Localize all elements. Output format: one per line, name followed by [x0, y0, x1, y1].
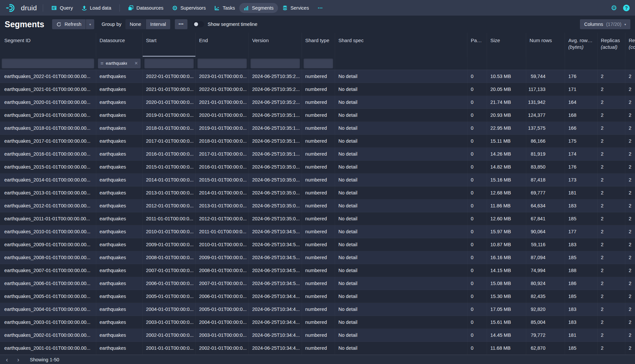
cell-replication-factor: 2 — [625, 329, 635, 341]
cell-size: 16.16 MB — [487, 251, 526, 264]
column-header-size[interactable]: Size — [487, 33, 526, 57]
column-header-avg-row-size[interactable]: Avg. row size(bytes) — [565, 33, 598, 57]
columns-button[interactable]: Columns (17/20) ▾ — [580, 19, 630, 29]
cell-datasource: earthquakes — [96, 342, 143, 354]
cell-shard-type: numbered — [302, 161, 335, 173]
cell-partition: 0 — [467, 342, 487, 354]
cell-shard-spec: No detail — [335, 277, 467, 290]
column-header-partition[interactable]: Partit... — [467, 33, 487, 57]
cell-shard-spec: No detail — [335, 290, 467, 303]
filter-input-start[interactable] — [144, 58, 194, 68]
column-header-end[interactable]: End — [196, 33, 249, 57]
previous-page-button[interactable]: ‹ — [1, 355, 13, 364]
nav-item-datasources[interactable]: Datasources — [124, 3, 168, 13]
nav-item-supervisors[interactable]: Supervisors — [168, 3, 210, 13]
column-header-num-rows[interactable]: Num rows — [526, 33, 565, 57]
cell-replication-factor: 2 — [625, 225, 635, 238]
app-logo[interactable]: druid — [4, 3, 39, 13]
filter-cell-end — [196, 57, 249, 70]
filter-cell-size — [487, 57, 526, 70]
cell-num-rows: 79,772 — [526, 329, 565, 341]
nav-more-button[interactable] — [313, 3, 327, 13]
table-row[interactable]: earthquakes_2006-01-01T00:00:00.00...ear… — [0, 277, 635, 290]
table-row[interactable]: earthquakes_2004-01-01T00:00:00.00...ear… — [0, 303, 635, 316]
cell-start: 2005-01-01T00:00:0... — [143, 290, 196, 303]
column-header-shard-spec[interactable]: Shard spec — [335, 33, 467, 57]
table-row[interactable]: earthquakes_2021-01-01T00:00:00.00...ear… — [0, 83, 635, 96]
refresh-button[interactable]: Refresh — [52, 19, 86, 29]
filter-input-version[interactable] — [250, 58, 300, 68]
table-row[interactable]: earthquakes_2005-01-01T00:00:00.00...ear… — [0, 290, 635, 303]
column-header-replicas[interactable]: Replicas(actual) — [598, 33, 625, 57]
table-row[interactable]: earthquakes_2018-01-01T00:00:00.00...ear… — [0, 122, 635, 135]
column-header-version[interactable]: Version — [249, 33, 302, 57]
nav-item-services[interactable]: Services — [278, 3, 314, 13]
table-row[interactable]: earthquakes_2001-01-01T00:00:00.00...ear… — [0, 342, 635, 355]
nav-item-segments[interactable]: Segments — [239, 3, 278, 13]
column-header-start[interactable]: Start — [143, 33, 196, 57]
cell-segment-id: earthquakes_2019-01-01T00:00:00.00... — [0, 109, 96, 121]
table-row[interactable]: earthquakes_2017-01-01T00:00:00.00...ear… — [0, 135, 635, 148]
cell-segment-id: earthquakes_2014-01-01T00:00:00.00... — [0, 174, 96, 186]
cell-start: 2022-01-01T00:00:0... — [143, 70, 196, 83]
nav-item-tasks[interactable]: Tasks — [210, 3, 239, 13]
cell-shard-spec: No detail — [335, 225, 467, 238]
table-row[interactable]: earthquakes_2019-01-01T00:00:00.00...ear… — [0, 109, 635, 122]
filter-input-end[interactable] — [197, 58, 247, 68]
cell-end: 2002-01-01T00:00:0... — [196, 342, 249, 354]
table-row[interactable]: earthquakes_2015-01-01T00:00:00.00...ear… — [0, 161, 635, 174]
cell-datasource: earthquakes — [96, 135, 143, 147]
table-row[interactable]: earthquakes_2011-01-01T00:00:00.00...ear… — [0, 212, 635, 225]
cell-shard-type: numbered — [302, 83, 335, 96]
settings-gear-icon[interactable]: ⚙ — [611, 4, 617, 11]
column-header-label: Datasource — [100, 37, 139, 43]
filter-cell-start — [143, 57, 196, 70]
table-row[interactable]: earthquakes_2003-01-01T00:00:00.00...ear… — [0, 316, 635, 329]
table-row[interactable]: earthquakes_2012-01-01T00:00:00.00...ear… — [0, 199, 635, 212]
cell-start: 2009-01-01T00:00:0... — [143, 238, 196, 251]
help-icon[interactable]: ? — [623, 5, 630, 11]
table-row[interactable]: earthquakes_2016-01-01T00:00:00.00...ear… — [0, 148, 635, 161]
table-row[interactable]: earthquakes_2010-01-01T00:00:00.00...ear… — [0, 225, 635, 238]
column-header-segment-id[interactable]: Segment ID — [0, 33, 96, 57]
filter-input-segment-id[interactable] — [2, 58, 94, 68]
table-row[interactable]: earthquakes_2002-01-01T00:00:00.00...ear… — [0, 329, 635, 342]
nav-item-query[interactable]: Query — [47, 3, 77, 13]
cell-shard-spec: No detail — [335, 70, 467, 83]
cell-num-rows: 92,820 — [526, 303, 565, 316]
segment-timeline-toggle[interactable] — [193, 21, 204, 27]
cell-replicas: 2 — [598, 83, 625, 96]
cell-shard-type: numbered — [302, 70, 335, 83]
table-row[interactable]: earthquakes_2008-01-01T00:00:00.00...ear… — [0, 251, 635, 264]
table-row[interactable]: earthquakes_2022-01-01T00:00:00.00...ear… — [0, 70, 635, 83]
cell-shard-type: numbered — [302, 135, 335, 147]
cell-partition: 0 — [467, 264, 487, 277]
table-row[interactable]: earthquakes_2009-01-01T00:00:00.00...ear… — [0, 238, 635, 251]
group-by-interval-button[interactable]: Interval — [146, 19, 171, 29]
cell-segment-id: earthquakes_2005-01-01T00:00:00.00... — [0, 290, 96, 303]
column-header-replication-factor[interactable]: Replication factor(configured) — [625, 33, 635, 57]
cell-partition: 0 — [467, 174, 487, 186]
table-row[interactable]: earthquakes_2014-01-01T00:00:00.00...ear… — [0, 174, 635, 186]
datasource-filter-chip[interactable]: =earthquake✕ — [98, 58, 141, 68]
cell-avg-row-size: 166 — [565, 122, 598, 134]
refresh-dropdown-button[interactable]: ▾ — [86, 19, 94, 29]
remove-filter-icon[interactable]: ✕ — [134, 61, 138, 66]
cell-replication-factor: 2 — [625, 148, 635, 160]
table-row[interactable]: earthquakes_2013-01-01T00:00:00.00...ear… — [0, 186, 635, 199]
next-page-button[interactable]: › — [13, 355, 24, 364]
filter-input-shard-type[interactable] — [304, 58, 333, 68]
cell-start: 2012-01-01T00:00:0... — [143, 199, 196, 212]
cell-shard-spec: No detail — [335, 135, 467, 147]
cell-datasource: earthquakes — [96, 109, 143, 121]
table-row[interactable]: earthquakes_2007-01-01T00:00:00.00...ear… — [0, 264, 635, 277]
toolbar-more-button[interactable]: ••• — [175, 19, 187, 29]
table-row[interactable]: earthquakes_2020-01-01T00:00:00.00...ear… — [0, 96, 635, 109]
column-header-datasource[interactable]: Datasource — [96, 33, 143, 57]
cell-version: 2024-06-25T10:34:5... — [249, 277, 302, 290]
nav-item-load-data[interactable]: Load data — [77, 3, 116, 13]
column-header-shard-type[interactable]: Shard type — [302, 33, 335, 57]
cell-replicas: 2 — [598, 329, 625, 341]
cell-segment-id: earthquakes_2021-01-01T00:00:00.00... — [0, 83, 96, 96]
group-by-none-button[interactable]: None — [125, 19, 146, 29]
